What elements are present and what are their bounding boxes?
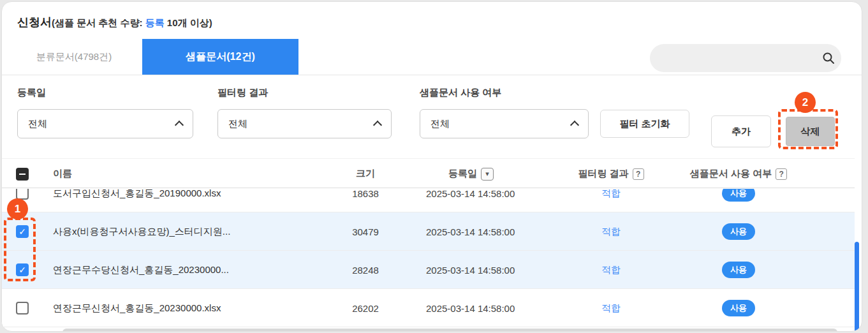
- add-button[interactable]: 추가: [711, 115, 771, 147]
- column-header-result-label: 필터링 결과: [578, 168, 628, 180]
- row-date: 2025-03-14 14:58:00: [426, 212, 515, 251]
- annotation-step-2-badge: 2: [795, 92, 816, 113]
- row-date: 2025-03-14 14:58:00: [426, 189, 515, 212]
- delete-button[interactable]: 삭제: [786, 117, 835, 146]
- row-checkbox[interactable]: [16, 302, 29, 314]
- row-date: 2025-03-14 14:58:00: [426, 251, 515, 289]
- row-name: 연장근무신청서_홍길동_20230000.xlsx: [53, 289, 308, 327]
- chevron-up-icon: [373, 121, 382, 130]
- column-header-use: 샘플문서 사용 여부 ?: [668, 159, 809, 189]
- filter-use-label: 샘플문서 사용 여부: [420, 87, 501, 99]
- row-filter-result[interactable]: 적합: [541, 251, 681, 289]
- column-header-date-label: 등록일: [448, 168, 477, 180]
- chevron-up-icon: [175, 121, 184, 130]
- help-icon[interactable]: ?: [776, 168, 787, 180]
- filter-result-label: 필터링 결과: [217, 87, 268, 99]
- page-title-paren-suffix: 10개 이상): [165, 17, 212, 28]
- row-filter-result[interactable]: 적합: [541, 189, 681, 212]
- filter-date-value: 전체: [28, 118, 176, 130]
- document-panel-card: 신청서(샘플 문서 추천 수량: 등록 10개 이상) 분류문서(4798건) …: [1, 1, 862, 332]
- use-status-badge: 사용: [722, 300, 755, 316]
- select-all-checkbox[interactable]: [16, 168, 29, 181]
- row-name: 연장근무수당신청서_홍길동_20230000...: [53, 251, 308, 289]
- table-body: 도서구입신청서_홍길동_20190000.xlsx 18638 2025-03-…: [2, 189, 855, 327]
- page-title-highlight: 등록: [145, 17, 165, 28]
- use-status-badge: 사용: [722, 262, 755, 278]
- page-title-main: 신청서: [17, 16, 52, 29]
- filter-use-value: 전체: [430, 118, 571, 130]
- row-name: 사용x(비용청구서사용요망)_스터디지원...: [53, 212, 308, 251]
- page-title: 신청서(샘플 문서 추천 수량: 등록 10개 이상): [17, 15, 212, 30]
- tab-classified-documents[interactable]: 분류문서(4798건): [6, 39, 142, 75]
- row-size: 30479: [321, 212, 410, 251]
- row-size: 18638: [321, 189, 410, 212]
- page-title-paren-prefix: (샘플 문서 추천 수량:: [52, 17, 145, 28]
- table-row[interactable]: 사용x(비용청구서사용요망)_스터디지원... 30479 2025-03-14…: [2, 212, 855, 251]
- search-box: [650, 44, 841, 72]
- row-checkbox[interactable]: [16, 225, 29, 238]
- use-status-badge: 사용: [722, 223, 755, 240]
- filter-date-dropdown[interactable]: 전체: [17, 109, 193, 138]
- column-header-result: 필터링 결과 ?: [541, 159, 681, 189]
- column-header-name: 이름: [53, 159, 72, 189]
- table-row[interactable]: 연장근무수당신청서_홍길동_20230000... 28248 2025-03-…: [2, 251, 855, 289]
- header-checkbox-cell: [16, 159, 29, 189]
- vertical-scrollbar-thumb[interactable]: [855, 242, 859, 332]
- row-name: 도서구입신청서_홍길동_20190000.xlsx: [53, 189, 308, 212]
- column-header-use-label: 샘플문서 사용 여부: [690, 168, 772, 180]
- row-filter-result[interactable]: 적합: [541, 289, 681, 327]
- clipped-row-wrapper: 도서구입신청서_홍길동_20190000.xlsx 18638 2025-03-…: [2, 189, 855, 212]
- sort-descending-icon[interactable]: ▾: [481, 168, 494, 181]
- annotation-step-1-badge: 1: [7, 198, 28, 219]
- search-icon[interactable]: [816, 52, 841, 64]
- filter-result-value: 전체: [228, 118, 374, 130]
- help-icon[interactable]: ?: [633, 168, 644, 180]
- table-row[interactable]: 도서구입신청서_홍길동_20190000.xlsx 18638 2025-03-…: [2, 189, 855, 212]
- tab-divider-line: [2, 75, 862, 75]
- chevron-up-icon: [570, 121, 579, 130]
- filter-reset-button[interactable]: 필터 초기화: [600, 110, 689, 138]
- tab-sample-documents[interactable]: 샘플문서(12건): [142, 39, 298, 75]
- filter-use-dropdown[interactable]: 전체: [420, 109, 589, 138]
- search-input[interactable]: [650, 53, 816, 64]
- filter-date-label: 등록일: [17, 87, 46, 99]
- horizontal-scrollbar-thumb[interactable]: [63, 329, 837, 332]
- column-header-size: 크기: [321, 159, 410, 189]
- column-header-date: 등록일 ▾: [448, 159, 494, 189]
- table-header-row: 이름 크기 등록일 ▾ 필터링 결과 ? 샘플문서 사용 여부 ?: [2, 158, 855, 188]
- row-size: 26202: [321, 289, 410, 327]
- row-filter-result[interactable]: 적합: [541, 212, 681, 251]
- row-size: 28248: [321, 251, 410, 289]
- row-date: 2025-03-14 14:58:00: [426, 289, 515, 327]
- filter-result-dropdown[interactable]: 전체: [217, 109, 392, 138]
- row-checkbox[interactable]: [16, 263, 29, 276]
- table-row[interactable]: 연장근무신청서_홍길동_20230000.xlsx 26202 2025-03-…: [2, 289, 855, 327]
- use-status-badge: 사용: [722, 189, 755, 202]
